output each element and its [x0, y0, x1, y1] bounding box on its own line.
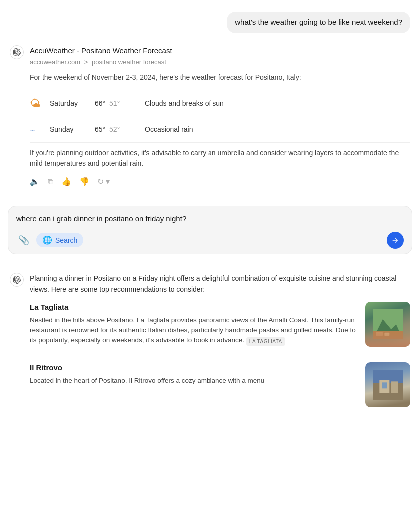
source-url[interactable]: accuweather.com > positano weather forec…: [30, 57, 410, 67]
openai-icon: [13, 48, 21, 56]
saturday-condition: Clouds and breaks of sun: [145, 98, 224, 109]
url-separator: >: [84, 58, 88, 66]
restaurant-image-1: [365, 302, 410, 347]
restaurant-image-2: [365, 362, 410, 407]
restaurant-desc-2: Located in the heart of Positano, Il Rit…: [30, 376, 359, 386]
attach-button[interactable]: 📎: [16, 233, 31, 248]
globe-icon: 🌐: [42, 235, 52, 245]
thumbup-icon[interactable]: 👍: [61, 176, 71, 188]
source-title: AccuWeather - Positano Weather Forecast: [30, 45, 410, 57]
restaurant-header-2: Il Ritrovo Located in the heart of Posit…: [30, 362, 410, 407]
response-content-1: AccuWeather - Positano Weather Forecast …: [30, 45, 410, 192]
thumbdown-icon[interactable]: 👎: [79, 176, 89, 188]
weather-row-saturday: 🌤 Saturday 66° 51° Clouds and breaks of …: [30, 90, 410, 117]
saturday-weather-icon: 🌤: [30, 95, 50, 112]
send-arrow-icon: [391, 236, 399, 244]
restaurant-divider: [30, 355, 410, 355]
sunday-weather-icon: ···: [30, 122, 50, 137]
source-path: positano weather forecast: [92, 58, 166, 66]
page-container: what's the weather going to be like next…: [0, 0, 420, 427]
restaurant-text-2: Il Ritrovo Located in the heart of Posit…: [30, 362, 359, 386]
user-bubble-1: what's the weather going to be like next…: [227, 12, 410, 33]
input-container[interactable]: where can i grab dinner in positano on f…: [8, 206, 412, 254]
response-intro: Planning a dinner in Positano on a Frida…: [30, 273, 410, 295]
restaurant-tag-1: LA TAGLIATA: [246, 337, 285, 346]
saturday-temps: 66° 51°: [95, 98, 145, 109]
source-domain: accuweather.com: [30, 58, 80, 66]
response-content-2: Planning a dinner in Positano on a Frida…: [30, 273, 410, 416]
input-text[interactable]: where can i grab dinner in positano on f…: [16, 213, 404, 229]
assistant-avatar-2: [10, 273, 24, 287]
search-label: Search: [55, 236, 77, 244]
openai-icon-2: [13, 276, 21, 284]
copy-icon[interactable]: ⧉: [48, 176, 53, 188]
svg-rect-0: [373, 309, 403, 339]
weather-advice: If you're planning outdoor activities, i…: [30, 142, 410, 169]
input-left-tools: 📎 🌐 Search: [16, 233, 83, 248]
svg-rect-2: [373, 331, 403, 340]
saturday-day: Saturday: [50, 98, 95, 109]
restaurant-entry-2: Il Ritrovo Located in the heart of Posit…: [30, 362, 410, 407]
restaurant-name-2: Il Ritrovo: [30, 362, 359, 374]
restaurant-entry-1: La Tagliata Nestled in the hills above P…: [30, 302, 410, 347]
restaurant-name-1: La Tagliata: [30, 302, 359, 313]
search-button[interactable]: 🌐 Search: [36, 233, 83, 247]
svg-rect-4: [384, 333, 389, 336]
ritrovo-img-svg: [373, 370, 403, 400]
saturday-low: 51°: [109, 99, 120, 107]
action-icons: 🔈 ⧉ 👍 👎 ↻ ▾: [30, 169, 410, 192]
restaurant-text-1: La Tagliata Nestled in the hills above P…: [30, 302, 359, 346]
sunday-day: Sunday: [50, 124, 95, 135]
svg-rect-9: [391, 382, 398, 393]
sunday-low: 52°: [109, 125, 120, 133]
input-toolbar: 📎 🌐 Search: [16, 232, 404, 249]
volume-icon[interactable]: 🔈: [30, 176, 40, 188]
sunday-high: 65°: [95, 125, 105, 133]
send-button[interactable]: [387, 232, 404, 249]
source-description: For the weekend of November 2-3, 2024, h…: [30, 72, 410, 83]
restaurant-header-1: La Tagliata Nestled in the hills above P…: [30, 302, 410, 347]
assistant-response-1: AccuWeather - Positano Weather Forecast …: [0, 41, 420, 196]
refresh-icon[interactable]: ↻ ▾: [97, 176, 110, 188]
sunday-temps: 65° 52°: [95, 124, 145, 135]
user-query-text-1: what's the weather going to be like next…: [235, 18, 402, 26]
source-card: AccuWeather - Positano Weather Forecast …: [30, 45, 410, 83]
assistant-response-2: Planning a dinner in Positano on a Frida…: [0, 269, 420, 420]
weather-row-sunday: ··· Sunday 65° 52° Occasional rain: [30, 117, 410, 142]
user-message-1: what's the weather going to be like next…: [0, 8, 420, 41]
assistant-avatar-1: [10, 45, 24, 59]
sunday-condition: Occasional rain: [145, 124, 193, 135]
svg-rect-8: [382, 383, 387, 389]
restaurant-desc-text-2: Located in the heart of Positano, Il Rit…: [30, 377, 264, 384]
saturday-high: 66°: [95, 99, 105, 107]
tagliata-img-svg: [373, 309, 403, 339]
restaurant-desc-text-1: Nestled in the hills above Positano, La …: [30, 316, 356, 344]
svg-rect-3: [376, 332, 383, 336]
restaurant-desc-1: Nestled in the hills above Positano, La …: [30, 315, 359, 346]
